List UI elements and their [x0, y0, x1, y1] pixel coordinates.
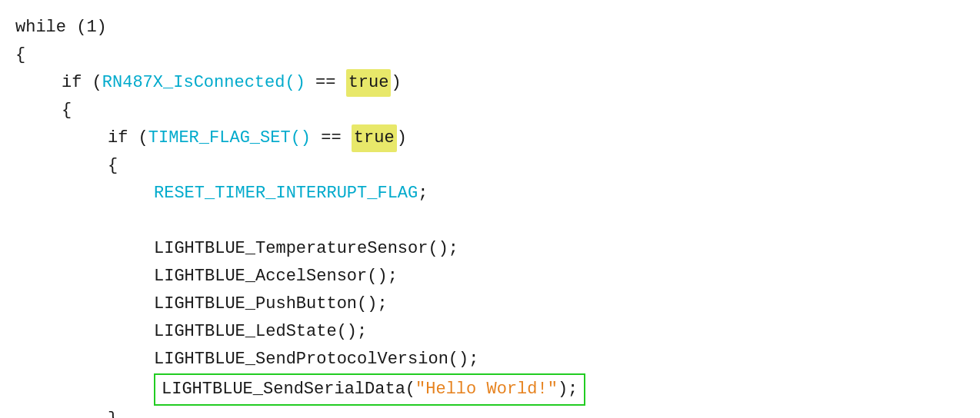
brace-close-3: } — [108, 406, 118, 418]
line-push-button: LIGHTBLUE_PushButton(); — [15, 290, 980, 318]
line-open-brace-3: { — [15, 152, 980, 180]
brace-3: { — [108, 153, 118, 179]
line-open-brace-2: { — [15, 97, 980, 124]
line-temp-sensor: LIGHTBLUE_TemperatureSensor(); — [15, 235, 980, 263]
closing-paren-serial: ); — [558, 380, 578, 399]
func-send-serial: LIGHTBLUE_SendSerialData( — [162, 380, 415, 399]
line-if-connected: if (RN487X_IsConnected() == true) — [15, 69, 980, 97]
func-accel-sensor: LIGHTBLUE_AccelSensor(); — [154, 264, 398, 290]
keyword-while: while (1) — [15, 15, 107, 41]
line-reset-timer: RESET_TIMER_INTERRUPT_FLAG; — [15, 180, 980, 207]
func-temp-sensor: LIGHTBLUE_TemperatureSensor(); — [154, 236, 458, 262]
line-send-protocol: LIGHTBLUE_SendProtocolVersion(); — [15, 346, 980, 373]
func-reset-timer: RESET_TIMER_INTERRUPT_FLAG — [154, 181, 418, 207]
line-while: while (1) — [15, 14, 980, 41]
op-eq-1: == — [305, 70, 346, 96]
func-led-state: LIGHTBLUE_LedState(); — [154, 319, 367, 345]
highlight-true-1: true — [346, 69, 392, 97]
semicolon-reset: ; — [418, 181, 428, 207]
line-close-brace-3: } — [15, 406, 980, 418]
brace-1: { — [15, 42, 25, 68]
brace-2: { — [62, 98, 72, 124]
if-keyword-1: if ( — [62, 70, 102, 96]
paren-close-1: ) — [391, 70, 401, 96]
string-hello-world: "Hello World!" — [415, 380, 558, 399]
func-send-protocol: LIGHTBLUE_SendProtocolVersion(); — [154, 347, 478, 373]
func-is-connected: RN487X_IsConnected() — [102, 70, 305, 96]
line-accel-sensor: LIGHTBLUE_AccelSensor(); — [15, 263, 980, 290]
line-send-serial: LIGHTBLUE_SendSerialData("Hello World!")… — [15, 373, 980, 406]
line-empty — [15, 207, 980, 235]
line-open-brace-1: { — [15, 41, 980, 69]
func-timer-flag: TIMER_FLAG_SET() — [148, 125, 311, 151]
line-led-state: LIGHTBLUE_LedState(); — [15, 318, 980, 346]
paren-close-2: ) — [397, 125, 407, 151]
if-keyword-2: if ( — [108, 125, 148, 151]
code-block: while (1) { if (RN487X_IsConnected() == … — [0, 8, 980, 418]
line-if-timer: if (TIMER_FLAG_SET() == true) — [15, 124, 980, 152]
highlight-true-2: true — [352, 124, 397, 152]
op-eq-2: == — [311, 125, 352, 151]
func-push-button: LIGHTBLUE_PushButton(); — [154, 291, 388, 317]
green-box-wrapper: LIGHTBLUE_SendSerialData("Hello World!")… — [154, 373, 585, 406]
